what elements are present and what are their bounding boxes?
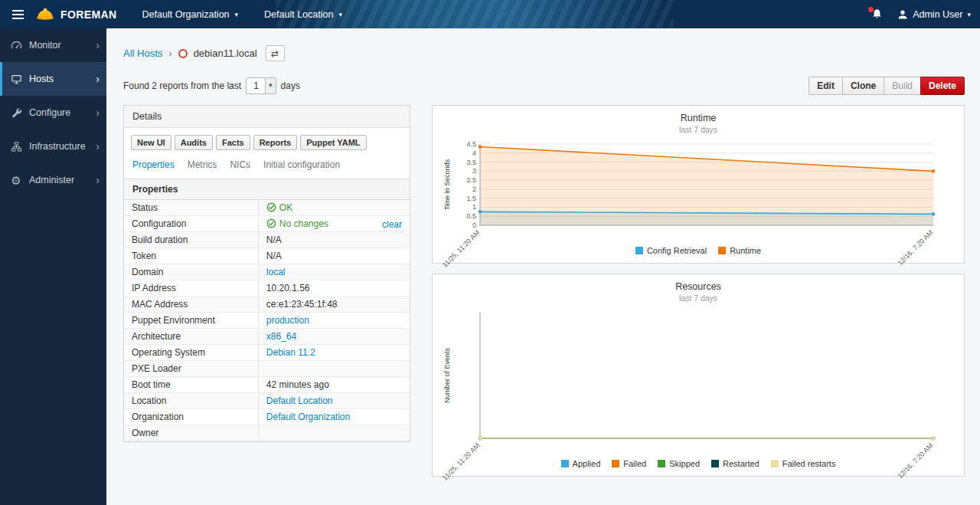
clone-button[interactable]: Clone	[842, 77, 884, 95]
property-label: Build duration	[124, 232, 258, 248]
property-value: Debian 11.2	[258, 345, 410, 361]
sidebar-item-infrastructure[interactable]: Infrastructure›	[0, 130, 106, 163]
property-value-link[interactable]: Default Organization	[266, 412, 350, 422]
audits-button[interactable]: Audits	[175, 135, 213, 150]
property-value: 42 minutes ago	[258, 377, 410, 393]
table-row: TokenN/A	[124, 248, 410, 264]
status-text: No changes	[279, 218, 328, 229]
tab-initial-configuration[interactable]: Initial configuration	[263, 159, 340, 170]
legend-item[interactable]: Failed	[612, 459, 646, 468]
user-menu[interactable]: Admin User ▾	[891, 0, 980, 28]
brand[interactable]: FOREMAN	[35, 6, 129, 22]
tab-properties[interactable]: Properties	[132, 159, 175, 170]
sidebar-item-label: Infrastructure	[29, 141, 86, 152]
chart-title: Runtime	[440, 113, 956, 123]
table-row: Operating SystemDebian 11.2	[124, 345, 410, 361]
sidebar-item-monitor[interactable]: Monitor›	[0, 28, 106, 62]
organization-selector[interactable]: Default Organization ▾	[129, 0, 251, 28]
select-caret-icon: ▾	[265, 78, 276, 93]
main-content: All Hosts › debian11.local ⇄ Found 2 rep…	[106, 28, 980, 505]
properties-table: StatusOKConfigurationNo changesclearBuil…	[124, 200, 410, 441]
foreman-helmet-logo-icon	[35, 6, 55, 22]
resources-chart-panel: Resources last 7 days 11/25, 11:20 AM12/…	[432, 274, 965, 477]
brand-name: FOREMAN	[60, 8, 117, 21]
reports-summary: Found 2 reports from the last 1 ▾ days	[123, 77, 300, 94]
legend-item[interactable]: Restarted	[711, 459, 760, 468]
property-value-link[interactable]: local	[266, 267, 286, 277]
legend-item[interactable]: Runtime	[718, 246, 761, 255]
reports-button[interactable]: Reports	[253, 135, 298, 150]
clear-link[interactable]: clear	[382, 219, 402, 230]
check-circle-icon	[266, 218, 276, 228]
legend-label: Applied	[573, 459, 601, 468]
table-row: StatusOK	[124, 200, 410, 216]
edit-button[interactable]: Edit	[808, 77, 843, 95]
breadcrumb-all-hosts-link[interactable]: All Hosts	[123, 48, 162, 59]
svg-text:Number of Events: Number of Events	[443, 347, 451, 403]
svg-text:0.5: 0.5	[466, 212, 476, 220]
days-select-value: 1	[247, 78, 265, 93]
reports-summary-prefix: Found 2 reports from the last	[123, 80, 241, 91]
property-value-link[interactable]: production	[266, 315, 309, 326]
legend-label: Runtime	[730, 246, 761, 255]
property-label: Location	[124, 393, 258, 409]
sidebar-item-label: Monitor	[29, 40, 61, 51]
table-row: Puppet Environmentproduction	[124, 313, 410, 329]
table-row: Build durationN/A	[124, 232, 410, 248]
tab-nics[interactable]: NICs	[230, 159, 250, 170]
property-label: Token	[124, 248, 258, 264]
build-button: Build	[884, 77, 921, 95]
chevron-right-icon: ›	[96, 40, 100, 51]
svg-text:2.5: 2.5	[466, 176, 476, 184]
table-row: LocationDefault Location	[124, 393, 410, 409]
facts-button[interactable]: Facts	[216, 135, 250, 150]
days-select[interactable]: 1 ▾	[246, 77, 276, 94]
legend-item[interactable]: Applied	[561, 459, 601, 468]
legend-label: Failed restarts	[782, 459, 836, 468]
property-value: No changesclear	[258, 216, 410, 232]
property-value: ce:e1:23:45:1f:48	[258, 297, 410, 313]
legend-label: Failed	[623, 459, 646, 468]
sitemap-icon	[10, 141, 22, 152]
notifications-button[interactable]	[863, 0, 891, 28]
svg-text:4.5: 4.5	[466, 140, 476, 148]
property-value-link[interactable]: Default Location	[266, 395, 333, 406]
property-label: Owner	[124, 425, 258, 441]
legend-swatch	[718, 247, 726, 254]
sidebar-item-hosts[interactable]: Hosts›	[0, 62, 106, 96]
chevron-right-icon: ›	[96, 74, 100, 84]
resources-chart-legend: AppliedFailedSkippedRestartedFailed rest…	[440, 457, 956, 471]
property-value	[258, 425, 410, 441]
sidebar-item-administer[interactable]: ⚙Administer›	[0, 163, 106, 197]
location-selector[interactable]: Default Location ▾	[251, 0, 355, 28]
tab-metrics[interactable]: Metrics	[188, 159, 217, 170]
user-name: Admin User	[913, 9, 962, 20]
property-value-link[interactable]: x86_64	[266, 331, 296, 342]
property-label: Organization	[124, 409, 258, 425]
delete-button[interactable]: Delete	[920, 77, 965, 95]
host-status-ring-icon	[178, 49, 188, 58]
property-value: local	[258, 264, 410, 280]
reports-summary-suffix: days	[281, 80, 300, 91]
sidebar: Monitor›Hosts›Configure›Infrastructure›⚙…	[0, 28, 106, 505]
puppet-yaml-button[interactable]: Puppet YAML	[300, 135, 366, 150]
legend-item[interactable]: Failed restarts	[771, 459, 836, 468]
toolbar: Found 2 reports from the last 1 ▾ days E…	[123, 77, 965, 95]
property-value-link[interactable]: Debian 11.2	[266, 347, 315, 358]
new-ui-button[interactable]: New UI	[131, 135, 172, 150]
hamburger-menu-button[interactable]	[0, 0, 35, 28]
legend-item[interactable]: Skipped	[658, 459, 700, 468]
breadcrumb-switcher-button[interactable]: ⇄	[266, 45, 285, 61]
legend-label: Skipped	[669, 459, 700, 468]
legend-item[interactable]: Config Retrieval	[635, 246, 707, 255]
runtime-chart-panel: Runtime last 7 days 00.511.522.533.544.5…	[432, 105, 965, 264]
property-value: N/A	[258, 248, 410, 264]
sidebar-item-configure[interactable]: Configure›	[0, 96, 106, 130]
legend-swatch	[771, 460, 779, 467]
property-value: 10.20.1.56	[258, 280, 410, 297]
wrench-icon	[10, 107, 22, 119]
chevron-down-icon: ▾	[235, 11, 239, 18]
property-label: Domain	[124, 264, 258, 280]
sidebar-nav: Monitor›Hosts›Configure›Infrastructure›⚙…	[0, 28, 106, 197]
property-value: production	[258, 313, 410, 329]
